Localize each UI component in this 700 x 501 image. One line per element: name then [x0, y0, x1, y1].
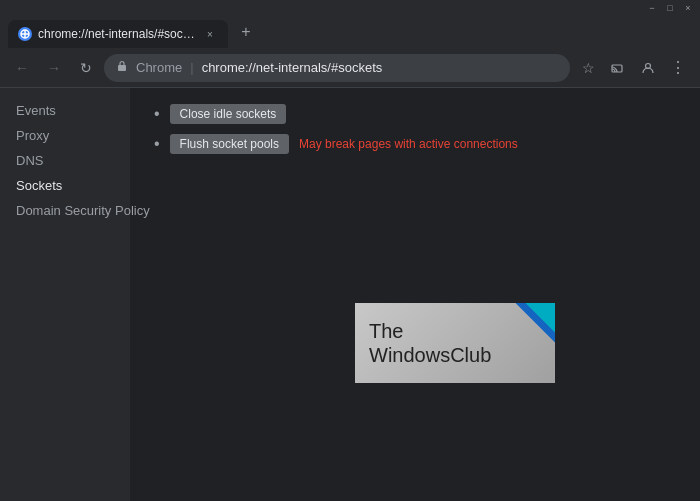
sidebar-item-proxy[interactable]: Proxy: [0, 123, 130, 148]
url-display: chrome://net-internals/#sockets: [202, 60, 383, 75]
bullet-icon: •: [154, 105, 160, 123]
sidebar-item-events[interactable]: Events: [0, 98, 130, 123]
minimize-button[interactable]: −: [644, 1, 660, 15]
svg-rect-3: [118, 65, 126, 71]
flush-warning-text: May break pages with active connections: [299, 137, 518, 151]
profile-button[interactable]: [634, 54, 662, 82]
scheme-label: Chrome: [136, 60, 182, 75]
browser-content: Events Proxy DNS Sockets Domain Security…: [0, 88, 700, 501]
reload-button[interactable]: ↻: [72, 54, 100, 82]
address-actions: ☆ ⋮: [574, 54, 692, 82]
watermark-container: The WindowsClub: [355, 303, 555, 383]
main-content: • Close idle sockets • Flush socket pool…: [130, 88, 700, 180]
watermark-line2: WindowsClub: [369, 343, 491, 367]
watermark-image: The WindowsClub: [355, 303, 555, 383]
main-content-wrapper: • Close idle sockets • Flush socket pool…: [130, 88, 700, 501]
lock-icon: [116, 60, 128, 75]
back-button[interactable]: ←: [8, 54, 36, 82]
tab-favicon: [18, 27, 32, 41]
close-idle-sockets-button[interactable]: Close idle sockets: [170, 104, 287, 124]
address-bar: ← → ↻ Chrome | chrome://net-internals/#s…: [0, 48, 700, 88]
action-list: • Close idle sockets • Flush socket pool…: [154, 104, 676, 154]
url-divider: |: [190, 60, 193, 75]
maximize-button[interactable]: □: [662, 1, 678, 15]
active-tab[interactable]: chrome://net-internals/#sockets ×: [8, 20, 228, 48]
flush-socket-pools-button[interactable]: Flush socket pools: [170, 134, 289, 154]
window-chrome: − □ ×: [0, 0, 700, 16]
close-button[interactable]: ×: [680, 1, 696, 15]
corner-teal-shape: [525, 303, 555, 333]
sidebar-item-sockets[interactable]: Sockets: [0, 173, 130, 198]
tab-close-button[interactable]: ×: [202, 26, 218, 42]
action-item-flush-pools: • Flush socket pools May break pages wit…: [154, 134, 676, 154]
watermark-line1: The: [369, 319, 403, 343]
bookmark-star-button[interactable]: ☆: [574, 54, 602, 82]
cast-button[interactable]: [604, 54, 632, 82]
omnibox[interactable]: Chrome | chrome://net-internals/#sockets: [104, 54, 570, 82]
sidebar-item-domain-security-policy[interactable]: Domain Security Policy: [0, 198, 130, 223]
bullet-icon: •: [154, 135, 160, 153]
menu-button[interactable]: ⋮: [664, 54, 692, 82]
watermark-corner-decoration: [515, 303, 555, 343]
forward-button[interactable]: →: [40, 54, 68, 82]
sidebar: Events Proxy DNS Sockets Domain Security…: [0, 88, 130, 501]
tab-bar: chrome://net-internals/#sockets × +: [0, 16, 700, 48]
new-tab-button[interactable]: +: [232, 18, 260, 46]
tab-title: chrome://net-internals/#sockets: [38, 27, 196, 41]
sidebar-item-dns[interactable]: DNS: [0, 148, 130, 173]
action-item-close-idle: • Close idle sockets: [154, 104, 676, 124]
